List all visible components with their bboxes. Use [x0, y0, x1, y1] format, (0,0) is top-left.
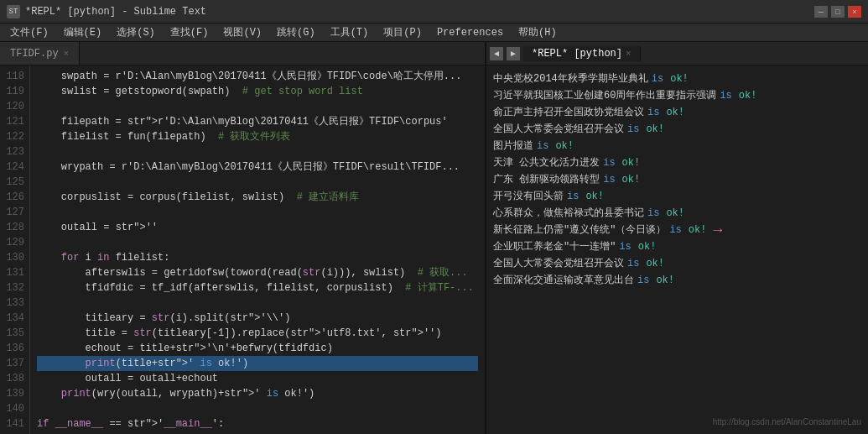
menu-select[interactable]: 选择(S) — [110, 24, 162, 41]
repl-output: 中央党校2014年秋季学期毕业典礼 is ok!习近平就我国核工业创建60周年作… — [486, 65, 868, 434]
menu-preferences[interactable]: Preferences — [430, 25, 510, 40]
tab-repl-close[interactable]: × — [626, 49, 632, 59]
repl-output-line: 习近平就我国核工业创建60周年作出重要指示强调 is ok! — [493, 87, 861, 104]
repl-prev-button[interactable]: ◄ — [490, 47, 503, 60]
window-title: *REPL* [python] - Sublime Text — [25, 6, 206, 18]
line-numbers: 1181191201211221231241251261271281291301… — [0, 65, 30, 434]
menu-find[interactable]: 查找(F) — [164, 24, 216, 41]
repl-header: ◄ ► *REPL* [python] × — [486, 42, 868, 65]
repl-output-line: 心系群众，做焦裕禄式的县委书记 is ok! — [493, 205, 861, 222]
minimize-button[interactable]: ─ — [814, 6, 828, 18]
repl-output-line: 企业职工养老金"十一连增" is ok! — [493, 238, 861, 255]
menu-help[interactable]: 帮助(H) — [512, 24, 564, 41]
menu-project[interactable]: 项目(P) — [377, 24, 429, 41]
menu-tools[interactable]: 工具(T) — [324, 24, 376, 41]
menu-file[interactable]: 文件(F) — [3, 24, 55, 41]
main-content: TFIDF.py × 11811912012112212312412512612… — [0, 42, 868, 434]
repl-output-line: 全国人大常委会党组召开会议 is ok! — [493, 255, 861, 272]
repl-output-line: 广东 创新驱动领路转型 is ok! — [493, 171, 861, 188]
repl-output-line: 天津 公共文化活力进发 is ok! — [493, 154, 861, 171]
tab-tfidf[interactable]: TFIDF.py × — [0, 42, 80, 65]
tab-repl[interactable]: *REPL* [python] × — [523, 46, 641, 61]
title-bar: ST *REPL* [python] - Sublime Text ─ □ × — [0, 0, 868, 24]
tab-repl-label: *REPL* [python] — [532, 48, 622, 60]
code-content[interactable]: swpath = r'D:\Alan\myBlog\20170411《人民日报》… — [30, 65, 485, 434]
tab-tfidf-label: TFIDF.py — [10, 48, 59, 60]
repl-output-line: 图片报道 is ok! — [493, 138, 861, 154]
editor-panel: TFIDF.py × 11811912012112212312412512612… — [0, 42, 486, 434]
tab-tfidf-close[interactable]: × — [64, 49, 70, 59]
menu-view[interactable]: 视图(V) — [216, 24, 268, 41]
maximize-button[interactable]: □ — [831, 6, 845, 18]
watermark: http://blog.csdn.net/AlanConstantineLau — [713, 414, 861, 431]
app-icon: ST — [7, 5, 20, 18]
repl-panel: ◄ ► *REPL* [python] × 中央党校2014年秋季学期毕业典礼 … — [486, 42, 868, 434]
window-controls[interactable]: ─ □ × — [814, 6, 861, 18]
repl-output-line: 新长征路上仍需"遵义传统"（今日谈） is ok!→ — [493, 222, 861, 238]
menu-bar: 文件(F) 编辑(E) 选择(S) 查找(F) 视图(V) 跳转(G) 工具(T… — [0, 24, 868, 42]
repl-output-line: 俞正声主持召开全国政协党组会议 is ok! — [493, 104, 861, 121]
repl-output-line: 开弓没有回头箭 is ok! — [493, 188, 861, 205]
editor-tab-bar: TFIDF.py × — [0, 42, 485, 65]
menu-edit[interactable]: 编辑(E) — [57, 24, 109, 41]
title-bar-left: ST *REPL* [python] - Sublime Text — [7, 5, 206, 18]
menu-goto[interactable]: 跳转(G) — [270, 24, 322, 41]
repl-output-line: 中央党校2014年秋季学期毕业典礼 is ok! — [493, 71, 861, 87]
repl-next-button[interactable]: ► — [507, 47, 520, 60]
arrow-indicator: → — [713, 222, 722, 238]
editor-scroll[interactable]: 1181191201211221231241251261271281291301… — [0, 65, 485, 434]
close-button[interactable]: × — [848, 6, 861, 18]
repl-output-line: 全面深化交通运输改革意见出台 is ok! — [493, 272, 861, 289]
repl-output-line: 全国人大常委会党组召开会议 is ok! — [493, 121, 861, 138]
